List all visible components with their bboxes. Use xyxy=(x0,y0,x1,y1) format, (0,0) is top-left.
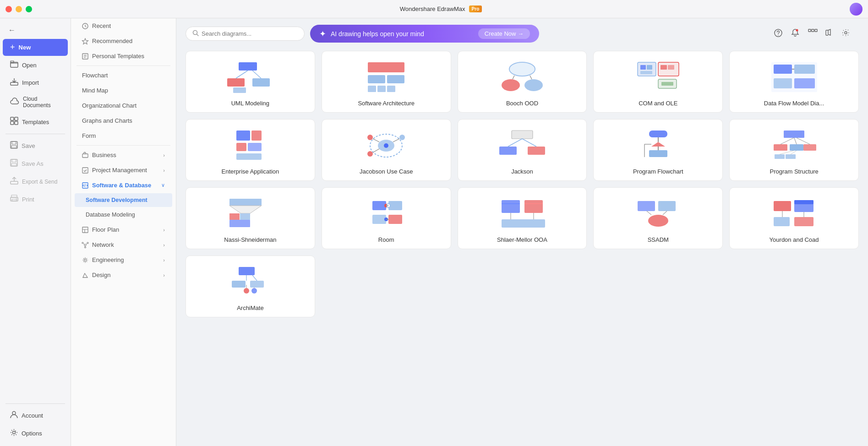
panel-group-engineering[interactable]: Engineering › xyxy=(75,253,172,267)
panel-item-mindmap[interactable]: Mind Map xyxy=(75,83,172,98)
card-jacobson[interactable]: Jacobson Use Case xyxy=(322,119,451,181)
open-label: Open xyxy=(22,62,37,69)
card-shlaer[interactable]: Shlaer-Mellor OOA xyxy=(458,187,587,249)
card-dataflow[interactable]: Data Flow Model Dia... xyxy=(729,51,859,113)
panel-item-swdev[interactable]: Software Development xyxy=(75,193,172,207)
business-label: Business xyxy=(82,152,116,158)
share-icon[interactable] xyxy=(823,27,835,40)
svg-rect-96 xyxy=(649,131,667,137)
sidebar-item-templates[interactable]: Templates xyxy=(3,113,68,131)
panel-group-business[interactable]: Business › xyxy=(75,148,172,162)
panel-item-graphs[interactable]: Graphs and Charts xyxy=(75,114,172,128)
sidebar-item-account[interactable]: Account xyxy=(3,407,68,424)
grid-icon[interactable] xyxy=(806,27,818,40)
pro-badge: Pro xyxy=(469,5,482,12)
panel-item-flowchart[interactable]: Flowchart xyxy=(75,68,172,82)
svg-rect-114 xyxy=(229,199,262,206)
sidebar-item-open[interactable]: Open xyxy=(3,57,68,73)
card-ssadm[interactable]: SSADM xyxy=(593,187,723,249)
minimize-button[interactable]: — xyxy=(16,6,22,12)
network-arrow: › xyxy=(163,242,165,248)
import-icon xyxy=(10,78,18,87)
card-uml[interactable]: UML Modeling xyxy=(186,51,315,113)
svg-rect-98 xyxy=(649,150,667,157)
sidebar-item-new[interactable]: + New xyxy=(3,39,68,56)
svg-rect-128 xyxy=(502,200,520,213)
panel-group-design[interactable]: Design › xyxy=(75,268,172,282)
sidebar-item-options[interactable]: Options xyxy=(3,425,68,442)
new-label: New xyxy=(19,44,31,51)
card-nassi[interactable]: Nassi-Shneiderman xyxy=(186,187,315,249)
design-arrow: › xyxy=(163,272,165,278)
card-enterprise[interactable]: Enterprise Application xyxy=(186,119,315,181)
panel-group-project[interactable]: Project Management › xyxy=(75,163,172,177)
svg-rect-106 xyxy=(803,144,816,151)
panel-group-network[interactable]: Network › xyxy=(75,238,172,252)
close-button[interactable]: ✕ xyxy=(5,6,12,12)
sidebar: ← + New Open Import Cloud Documents xyxy=(0,18,71,446)
ai-banner[interactable]: ✦ AI drawing helps open your mind Create… xyxy=(310,25,539,43)
svg-rect-103 xyxy=(784,131,804,138)
svg-rect-40 xyxy=(808,29,811,32)
card-archimate[interactable]: ArchiMate xyxy=(186,256,315,317)
svg-rect-117 xyxy=(240,213,250,220)
search-box[interactable] xyxy=(186,27,305,41)
panel-item-form[interactable]: Form xyxy=(75,129,172,143)
card-com[interactable]: COM and OLE xyxy=(593,51,723,113)
panel-item-recent[interactable]: Recent xyxy=(75,19,172,33)
software-label: Software & Database xyxy=(82,182,151,189)
card-icon-ssadm xyxy=(631,195,686,232)
help-icon[interactable] xyxy=(772,27,784,41)
panel-item-personal[interactable]: Personal Templates xyxy=(75,49,172,63)
card-icon-yourdon xyxy=(767,195,822,232)
svg-rect-26 xyxy=(82,227,88,233)
svg-line-138 xyxy=(647,211,651,215)
svg-point-58 xyxy=(502,79,520,91)
card-booch[interactable]: Booch OOD xyxy=(458,51,587,113)
card-software-arch[interactable]: Software Architecture xyxy=(322,51,451,113)
svg-line-139 xyxy=(663,211,667,215)
search-input[interactable] xyxy=(202,30,298,37)
card-program-struct[interactable]: Program Structure xyxy=(729,119,859,181)
svg-rect-55 xyxy=(387,86,395,92)
sidebar-item-print[interactable]: Print xyxy=(3,191,68,207)
svg-rect-148 xyxy=(232,281,246,288)
sidebar-item-cloud[interactable]: Cloud Documents xyxy=(3,92,68,112)
design-label: Design xyxy=(82,272,110,278)
open-icon xyxy=(10,60,18,70)
svg-rect-147 xyxy=(239,267,255,275)
back-button[interactable]: ← xyxy=(3,22,68,38)
sidebar-divider-1 xyxy=(5,134,65,134)
panel-item-dbmodel[interactable]: Database Modeling xyxy=(75,208,172,222)
svg-line-155 xyxy=(252,275,257,281)
svg-rect-78 xyxy=(251,131,262,141)
panel-group-floorplan[interactable]: Floor Plan › xyxy=(75,223,172,237)
card-yourdon[interactable]: Yourdon and Coad xyxy=(729,187,859,249)
sidebar-item-save[interactable]: Save xyxy=(3,137,68,154)
svg-line-47 xyxy=(236,71,248,78)
notification-icon[interactable] xyxy=(790,27,801,41)
panel-item-orgchart[interactable]: Organizational Chart xyxy=(75,98,172,113)
sidebar-item-import[interactable]: Import xyxy=(3,74,68,91)
svg-rect-64 xyxy=(647,65,652,70)
business-arrow: › xyxy=(163,152,165,158)
svg-rect-80 xyxy=(248,143,262,151)
maximize-button[interactable]: ⬜ xyxy=(26,6,32,12)
ai-create-button[interactable]: Create Now → xyxy=(478,28,530,39)
print-icon xyxy=(10,195,18,204)
card-program-flow[interactable]: Program Flowchart xyxy=(593,119,723,181)
settings-icon[interactable] xyxy=(840,27,852,40)
panel-group-software[interactable]: Software & Database ∨ xyxy=(75,178,172,192)
sidebar-item-export[interactable]: Export & Send xyxy=(3,173,68,190)
floorplan-arrow: › xyxy=(163,227,165,233)
avatar[interactable] xyxy=(850,3,863,16)
svg-point-39 xyxy=(796,29,798,31)
card-jackson[interactable]: Jackson xyxy=(458,119,587,181)
svg-marker-115 xyxy=(229,206,262,213)
sidebar-item-saveas[interactable]: Save As xyxy=(3,155,68,172)
panel-item-recommended[interactable]: Recommended xyxy=(75,34,172,48)
svg-rect-70 xyxy=(661,82,673,86)
recommended-label: Recommended xyxy=(82,38,165,44)
card-room[interactable]: Room xyxy=(322,187,451,249)
svg-point-17 xyxy=(16,198,17,199)
